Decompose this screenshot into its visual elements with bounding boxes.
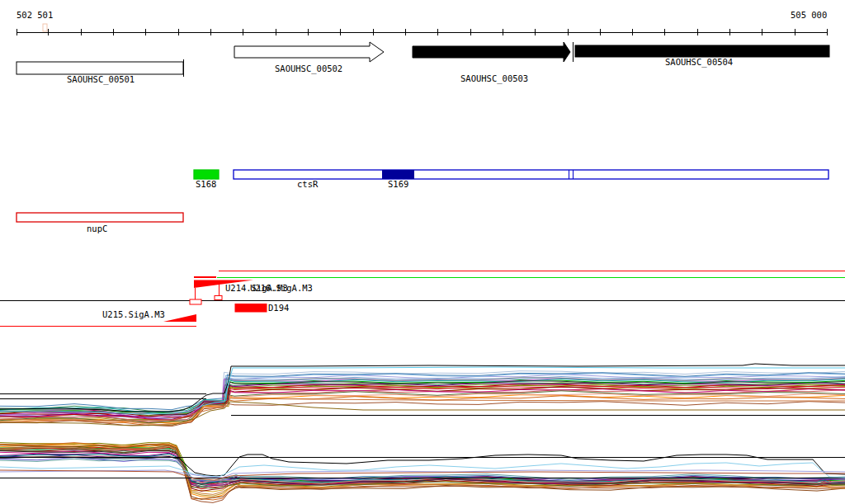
feature-label-s168[interactable]: S168 (196, 180, 216, 189)
ruler (17, 24, 828, 35)
tss-site-box[interactable] (190, 299, 201, 304)
genome-browser-view: 502 501 505 000 SAOUHSC_00501 SAOUHSC_00… (0, 0, 845, 504)
feature-ctsR[interactable] (234, 170, 828, 179)
gene-label-saouhsc-00502[interactable]: SAOUHSC_00502 (275, 64, 342, 73)
expression-bottom (0, 443, 845, 503)
gene-label-saouhsc-00504[interactable]: SAOUHSC_00504 (665, 58, 733, 67)
feature-label-nupc[interactable]: nupC (87, 224, 107, 233)
ruler-start-label: 502 501 (17, 11, 53, 20)
tss-ramp-reverse[interactable] (163, 314, 196, 322)
tss-label-u215[interactable]: U215.SigA.M3 (102, 310, 165, 319)
feature-label-s169[interactable]: S169 (388, 180, 408, 189)
site-label-d194[interactable]: D194 (268, 304, 289, 313)
gene-SAOUHSC_00503[interactable] (413, 42, 570, 62)
ruler-cursor-marker[interactable] (43, 24, 47, 31)
expression-top (0, 364, 845, 426)
tss-site-box[interactable] (235, 304, 267, 313)
feature-nupC[interactable] (17, 213, 183, 222)
gene-label-saouhsc-00503[interactable]: SAOUHSC_00503 (460, 74, 528, 83)
gene-label-saouhsc-00501[interactable]: SAOUHSC_00501 (67, 75, 135, 84)
tss-label-u216[interactable]: U216.SigA.M3 (250, 284, 313, 293)
feature-S169[interactable] (382, 170, 414, 179)
gene-SAOUHSC_00502[interactable] (234, 42, 384, 62)
feature-label-ctsr[interactable]: ctsR (297, 180, 318, 189)
ruler-end-label: 505 000 (791, 11, 827, 20)
tss-site-box[interactable] (215, 296, 222, 300)
feature-S168[interactable] (194, 170, 219, 179)
